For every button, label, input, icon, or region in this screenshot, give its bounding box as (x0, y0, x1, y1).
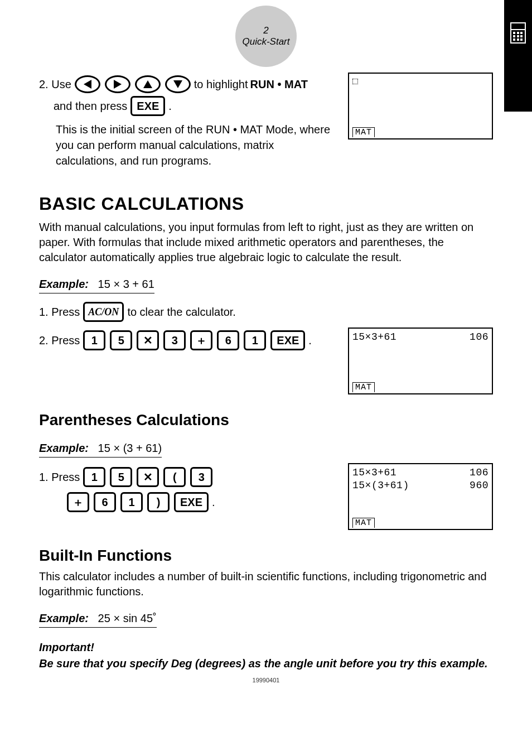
period: . (168, 97, 172, 115)
paren-step1-prefix: 1. Press (39, 468, 80, 486)
screen-expr: 15×3+61 (352, 331, 396, 344)
calculator-screen-initial: MAT (348, 73, 493, 139)
key-3[interactable]: 3 (190, 467, 212, 487)
step2-line2a: and then press (54, 97, 127, 115)
builtin-heading: Built-In Functions (39, 547, 493, 565)
period: . (308, 331, 312, 349)
parentheses-heading: Parentheses Calculations (39, 411, 493, 429)
right-arrow-key[interactable] (105, 75, 130, 93)
ac-on-key[interactable]: AC/ON (83, 302, 124, 322)
example-label: Example: (39, 442, 89, 454)
up-arrow-key[interactable] (135, 75, 161, 93)
key-plus[interactable]: ＋ (67, 492, 89, 512)
screen-result: 106 (470, 331, 489, 344)
exe-key[interactable]: EXE (130, 96, 165, 116)
key-1b[interactable]: 1 (244, 330, 266, 350)
mat-tab: MAT (352, 382, 375, 392)
key-1b[interactable]: 1 (120, 492, 143, 512)
step2-highlight: RUN • MAT (250, 75, 308, 93)
key-open-paren[interactable]: ( (163, 467, 186, 487)
basic-example: Example: 15 × 3 + 61 (39, 278, 154, 293)
key-multiply[interactable]: ✕ (137, 467, 159, 487)
basic-calculations-heading: BASIC CALCULATIONS (39, 194, 493, 214)
key-plus[interactable]: ＋ (190, 330, 212, 350)
step2-prefix: 2. Use (39, 75, 71, 93)
calculator-screen-paren: 15×3+61 106 15×(3+61) 960 MAT (348, 463, 493, 530)
footer-code: 19990401 (39, 677, 493, 683)
basic-step2-prefix: 2. Press (39, 331, 80, 349)
mat-tab: MAT (352, 127, 375, 137)
key-6[interactable]: 6 (94, 492, 116, 512)
key-1[interactable]: 1 (83, 330, 105, 350)
period: . (212, 493, 215, 511)
example-label: Example: (39, 278, 89, 290)
key-5[interactable]: 5 (110, 467, 132, 487)
paren-example: Example: 15 × (3 + 61) (39, 442, 162, 458)
screen-expr-2: 15×(3+61) (352, 479, 409, 492)
cursor-icon (352, 79, 358, 84)
calculator-screen-basic: 15×3+61 106 MAT (348, 328, 493, 394)
important-text: Be sure that you specify Deg (degrees) a… (39, 656, 493, 671)
basic-step1-suffix: to clear the calculator. (127, 303, 236, 321)
example-label: Example: (39, 612, 89, 624)
example-expression: 25 × sin 45˚ (98, 612, 157, 624)
left-arrow-key[interactable] (75, 75, 100, 93)
page-number: 2 (263, 25, 268, 36)
screen-result-1: 106 (470, 466, 489, 479)
exe-key[interactable]: EXE (174, 492, 209, 512)
screen-expr-1: 15×3+61 (352, 466, 396, 479)
screen-result-2: 960 (470, 479, 489, 492)
basic-step1-prefix: 1. Press (39, 303, 80, 321)
key-5[interactable]: 5 (110, 330, 132, 350)
basic-body: With manual calculations, you input form… (39, 220, 493, 265)
builtin-example: Example: 25 × sin 45˚ (39, 612, 157, 628)
page-label: Quick-Start (242, 36, 289, 47)
mat-tab: MAT (352, 518, 375, 528)
example-expression: 15 × 3 + 61 (98, 278, 154, 290)
key-3[interactable]: 3 (163, 330, 186, 350)
page-header-badge: 2 Quick-Start (235, 6, 297, 67)
builtin-body: This calculator includes a number of bui… (39, 569, 493, 599)
example-expression: 15 × (3 + 61) (98, 442, 162, 454)
step2-description: This is the initial screen of the RUN • … (39, 122, 337, 168)
key-1[interactable]: 1 (83, 467, 105, 487)
exe-key[interactable]: EXE (270, 330, 305, 350)
key-multiply[interactable]: ✕ (137, 330, 159, 350)
important-label: Important! (39, 641, 493, 654)
key-close-paren[interactable]: ) (147, 492, 170, 512)
key-6[interactable]: 6 (217, 330, 239, 350)
step2-mid: to highlight (194, 75, 248, 93)
down-arrow-key[interactable] (165, 75, 191, 93)
